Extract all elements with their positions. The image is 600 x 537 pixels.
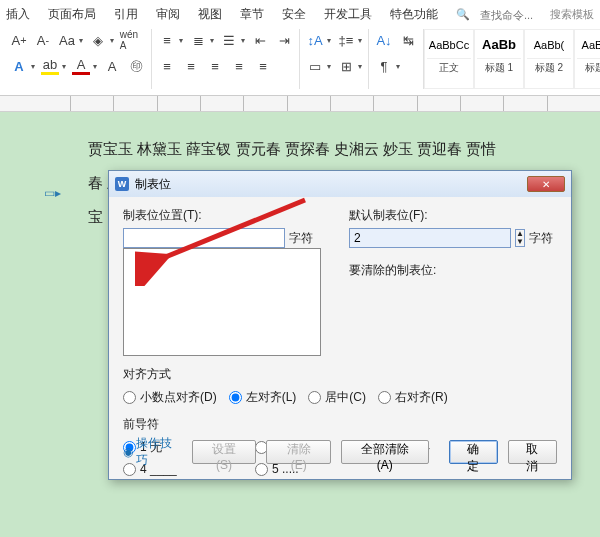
tabpos-label: 制表位位置(T): <box>123 207 333 224</box>
align-decimal-radio[interactable]: 小数点对齐(D) <box>123 389 217 406</box>
align-left-radio[interactable]: 左对齐(L) <box>229 389 297 406</box>
tabpos-input[interactable] <box>123 228 285 248</box>
overlay: W 制表位 ✕ 制表位位置(T): 字符 默认制表位(F): <box>0 0 600 537</box>
default-tab-label: 默认制表位(F): <box>349 207 557 224</box>
clear-button[interactable]: 清除(E) <box>266 440 331 464</box>
align-center-radio[interactable]: 居中(C) <box>308 389 366 406</box>
tabpos-list[interactable] <box>123 248 321 356</box>
close-icon[interactable]: ✕ <box>527 176 565 192</box>
app-icon: W <box>115 177 129 191</box>
clear-all-button[interactable]: 全部清除(A) <box>341 440 429 464</box>
dialog-title: 制表位 <box>135 176 171 193</box>
align-section-title: 对齐方式 <box>123 366 557 383</box>
default-tab-input[interactable] <box>349 228 511 248</box>
tips-link[interactable]: ◉ 操作技巧 <box>123 435 182 469</box>
ok-button[interactable]: 确定 <box>449 440 498 464</box>
tabstop-dialog: W 制表位 ✕ 制表位位置(T): 字符 默认制表位(F): <box>108 170 572 480</box>
tabpos-unit: 字符 <box>289 230 313 247</box>
leader-section-title: 前导符 <box>123 416 557 433</box>
default-tab-unit: 字符 <box>529 230 553 247</box>
align-right-radio[interactable]: 右对齐(R) <box>378 389 448 406</box>
clear-tab-label: 要清除的制表位: <box>349 262 557 279</box>
set-button[interactable]: 设置(S) <box>192 440 257 464</box>
spinner[interactable]: ▲▼ <box>515 229 525 247</box>
dialog-titlebar[interactable]: W 制表位 ✕ <box>109 171 571 197</box>
cancel-button[interactable]: 取消 <box>508 440 557 464</box>
